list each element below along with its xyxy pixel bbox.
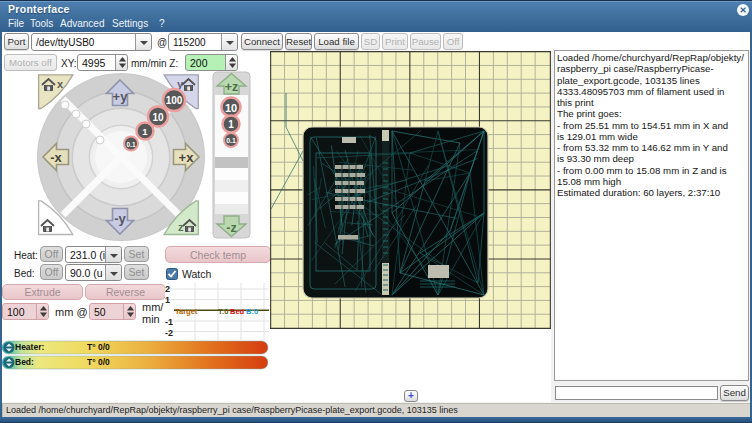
svg-text:+y: +y <box>113 89 129 104</box>
svg-text:Target: Target <box>175 307 198 316</box>
svg-text:Bed: Bed <box>230 307 245 316</box>
svg-text:2: 2 <box>165 284 170 294</box>
svg-text:1: 1 <box>165 295 170 305</box>
svg-text:-2: -2 <box>165 328 173 338</box>
svg-text:Heater:: Heater: <box>15 342 44 352</box>
svg-text:10: 10 <box>225 102 237 114</box>
svg-text:0.1: 0.1 <box>126 141 135 148</box>
svg-text:-y: -y <box>114 211 126 226</box>
svg-text:-x: -x <box>50 150 62 165</box>
svg-text:10: 10 <box>152 112 164 123</box>
svg-text:+x: +x <box>179 150 195 165</box>
svg-text:B:0: B:0 <box>246 307 258 316</box>
svg-text:+z: +z <box>225 80 239 94</box>
svg-text:T° 0/0: T° 0/0 <box>87 342 110 352</box>
svg-text:z: z <box>178 221 184 233</box>
svg-text:1: 1 <box>228 119 234 130</box>
svg-text:Bed:: Bed: <box>15 357 34 367</box>
svg-text:100: 100 <box>166 95 183 106</box>
svg-text:-z: -z <box>226 221 236 235</box>
svg-text:1: 1 <box>142 126 148 137</box>
svg-text:T° 0/0: T° 0/0 <box>87 357 110 367</box>
svg-text:x: x <box>57 78 64 90</box>
svg-text:T:0: T:0 <box>218 307 228 316</box>
svg-text:0.1: 0.1 <box>226 137 236 144</box>
svg-text:-1: -1 <box>165 317 173 327</box>
